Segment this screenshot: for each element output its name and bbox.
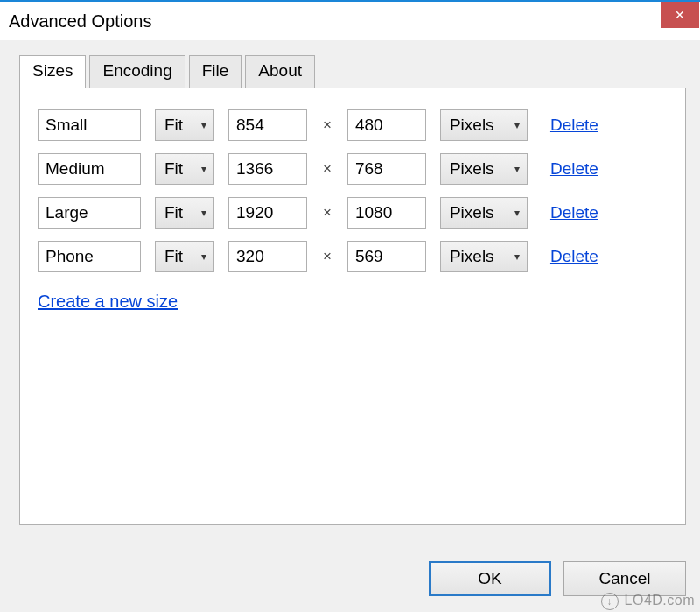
dialog-buttons: OK Cancel <box>429 561 686 596</box>
chevron-down-icon: ▾ <box>201 119 206 131</box>
tab-encoding[interactable]: Encoding <box>89 55 185 88</box>
tab-sizes[interactable]: Sizes <box>19 55 86 88</box>
size-row: Fit ▾ × Pixels ▾ Delete <box>38 109 668 141</box>
chevron-down-icon: ▾ <box>514 250 520 263</box>
times-symbol: × <box>321 248 333 265</box>
tab-strip: Sizes Encoding File About <box>19 54 686 88</box>
unit-value: Pixels <box>450 247 494 266</box>
unit-value: Pixels <box>450 116 494 135</box>
ok-button[interactable]: OK <box>429 561 551 596</box>
fit-dropdown[interactable]: Fit ▾ <box>155 197 214 229</box>
unit-value: Pixels <box>450 203 494 222</box>
client-area: Sizes Encoding File About Fit ▾ × Pixels… <box>0 40 700 525</box>
width-input[interactable] <box>228 241 307 272</box>
tab-label: Sizes <box>32 61 73 80</box>
times-symbol: × <box>321 160 333 178</box>
width-input[interactable] <box>228 197 307 229</box>
height-input[interactable] <box>347 197 426 229</box>
tab-label: About <box>258 61 302 80</box>
width-input[interactable] <box>228 109 307 141</box>
size-name-input[interactable] <box>38 241 141 272</box>
size-rows: Fit ▾ × Pixels ▾ Delete Fit ▾ <box>38 109 668 272</box>
fit-dropdown[interactable]: Fit ▾ <box>155 241 214 272</box>
close-button[interactable]: ✕ <box>661 2 699 28</box>
fit-value: Fit <box>164 159 183 179</box>
unit-dropdown[interactable]: Pixels ▾ <box>440 241 528 272</box>
size-row: Fit ▾ × Pixels ▾ Delete <box>38 241 668 272</box>
window-title: Advanced Options <box>9 11 151 32</box>
chevron-down-icon: ▾ <box>514 119 520 131</box>
size-name-input[interactable] <box>38 197 141 229</box>
tab-about[interactable]: About <box>245 55 315 88</box>
ok-label: OK <box>478 569 501 588</box>
size-row: Fit ▾ × Pixels ▾ Delete <box>38 197 668 229</box>
height-input[interactable] <box>347 241 426 272</box>
tab-label: Encoding <box>102 61 172 80</box>
size-name-input[interactable] <box>38 153 141 185</box>
fit-dropdown[interactable]: Fit ▾ <box>155 153 214 185</box>
fit-value: Fit <box>164 203 183 222</box>
size-name-input[interactable] <box>38 109 141 141</box>
delete-link[interactable]: Delete <box>550 203 598 222</box>
size-row: Fit ▾ × Pixels ▾ Delete <box>38 153 668 185</box>
times-symbol: × <box>321 204 333 222</box>
tab-panel-sizes: Fit ▾ × Pixels ▾ Delete Fit ▾ <box>19 88 686 525</box>
cancel-button[interactable]: Cancel <box>564 561 686 596</box>
times-symbol: × <box>321 116 333 134</box>
fit-dropdown[interactable]: Fit ▾ <box>155 109 214 141</box>
close-icon: ✕ <box>675 9 685 21</box>
tab-file[interactable]: File <box>189 55 242 88</box>
unit-dropdown[interactable]: Pixels ▾ <box>440 197 528 229</box>
width-input[interactable] <box>228 153 307 185</box>
tab-label: File <box>202 61 229 80</box>
fit-value: Fit <box>164 116 183 135</box>
delete-link[interactable]: Delete <box>550 116 598 135</box>
create-new-size-link[interactable]: Create a new size <box>38 292 178 312</box>
delete-link[interactable]: Delete <box>550 247 598 266</box>
chevron-down-icon: ▾ <box>514 163 520 175</box>
chevron-down-icon: ▾ <box>201 163 206 175</box>
height-input[interactable] <box>347 153 426 185</box>
unit-dropdown[interactable]: Pixels ▾ <box>440 109 528 141</box>
cancel-label: Cancel <box>598 569 650 588</box>
height-input[interactable] <box>347 109 426 141</box>
chevron-down-icon: ▾ <box>514 207 520 219</box>
delete-link[interactable]: Delete <box>550 159 598 179</box>
chevron-down-icon: ▾ <box>201 207 206 219</box>
unit-dropdown[interactable]: Pixels ▾ <box>440 153 528 185</box>
fit-value: Fit <box>164 247 183 266</box>
chevron-down-icon: ▾ <box>201 250 206 263</box>
title-bar: Advanced Options ✕ <box>0 0 700 40</box>
unit-value: Pixels <box>450 159 494 179</box>
